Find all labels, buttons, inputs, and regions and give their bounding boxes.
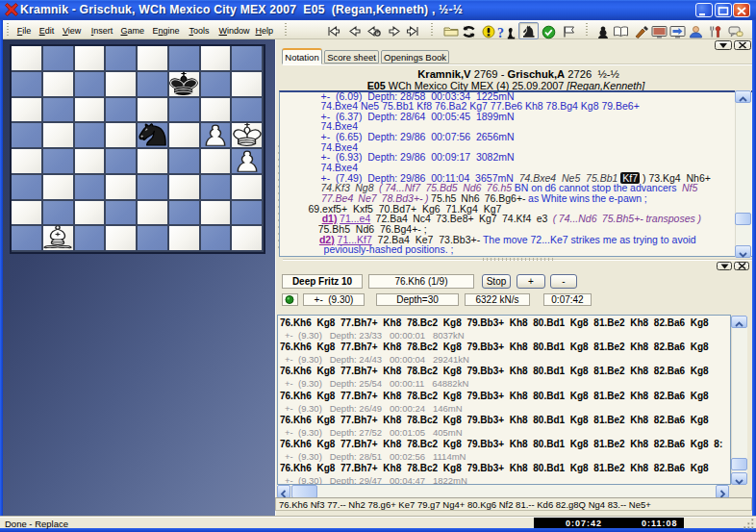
- svg-text:?: ?: [497, 26, 504, 40]
